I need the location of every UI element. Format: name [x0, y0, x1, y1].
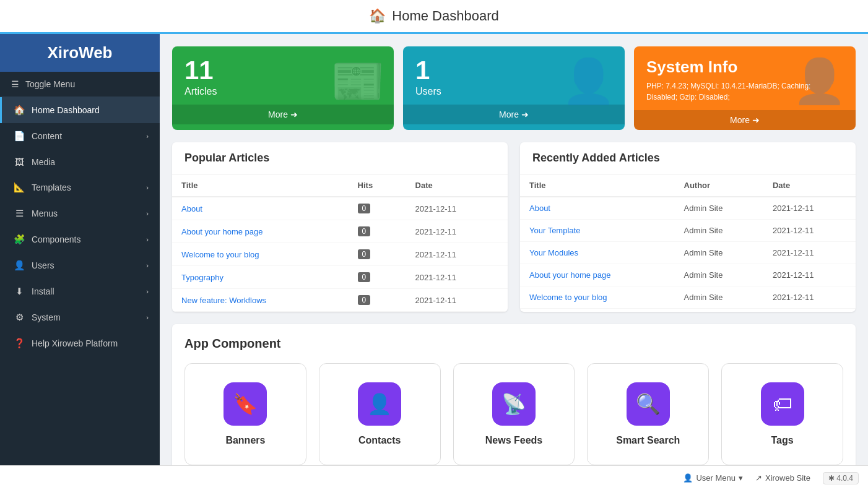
article-title: New feature: Workflows [172, 289, 349, 312]
col-date-r: Date [763, 174, 856, 197]
toggle-menu-item[interactable]: ☰ Home Dashboard Toggle Menu [0, 72, 160, 97]
components-icon: 🧩 [13, 234, 25, 245]
users-more[interactable]: More ➜ [403, 105, 625, 124]
sysinfo-stat-card[interactable]: System Info PHP: 7.4.23; MySQLi: 10.4.21… [634, 46, 856, 130]
sidebar-item-label: Home Dashboard [32, 105, 100, 115]
sidebar-item-media[interactable]: 🖼 Media [0, 149, 160, 174]
home-icon: 🏠 [13, 105, 25, 116]
tags-label: Tags [734, 435, 830, 446]
sidebar-item-menus[interactable]: ☰ Menus › [0, 200, 160, 226]
chevron-right-icon: › [146, 132, 149, 140]
article-title: Welcome to your blog [172, 243, 349, 266]
table-row: Your Template Admin Site 2021-12-11 [520, 220, 856, 242]
article-author: Admin Site [675, 242, 763, 264]
sysinfo-more[interactable]: More ➜ [634, 110, 856, 130]
article-author: Admin Site [675, 264, 763, 286]
sidebar-item-home[interactable]: 🏠 Home Dashboard [0, 97, 160, 123]
banners-label: Banners [197, 435, 293, 446]
article-link[interactable]: About [181, 204, 202, 213]
article-date: 2021-12-11 [406, 266, 508, 289]
sidebar-item-templates[interactable]: 📐 Templates › [0, 174, 160, 200]
sidebar-item-label: Help Xiroweb Platform [32, 338, 118, 348]
menus-icon: ☰ [13, 208, 25, 219]
newsfeeds-icon: 📡 [492, 382, 536, 426]
chevron-right-icon: › [146, 236, 149, 243]
col-author: Author [675, 174, 763, 197]
smartsearch-label: Smart Search [600, 435, 696, 446]
users-stat-card[interactable]: 1 Users 👤 More ➜ [403, 46, 625, 130]
site-label: Xiroweb Site [765, 473, 810, 483]
version-badge: ✱ 4.0.4 [823, 472, 859, 484]
article-link[interactable]: About your home page [529, 270, 611, 280]
menu-icon: ☰ [11, 79, 19, 89]
sidebar-item-label: Users [32, 260, 54, 270]
article-link[interactable]: Welcome to your blog [529, 293, 607, 302]
sysinfo-icon: 👤 [792, 56, 846, 106]
stat-cards-section: 11 Articles 📰 More ➜ 1 Users 👤 More ➜ Sy… [172, 46, 856, 130]
external-link-icon: ↗ [755, 473, 762, 483]
help-icon: ❓ [13, 338, 25, 349]
table-row: About your home page Admin Site 2021-12-… [520, 264, 856, 286]
popular-articles-table: Title Hits Date About 0 2021-12-11 About… [172, 174, 508, 312]
content-icon: 📄 [13, 131, 25, 142]
popular-articles-card: Popular Articles Title Hits Date About 0… [172, 142, 508, 312]
user-menu-button[interactable]: 👤 User Menu ▾ [683, 473, 743, 483]
article-title: Welcome to your blog [520, 286, 675, 309]
article-title: About your home page [172, 220, 349, 243]
articles-more[interactable]: More ➜ [172, 105, 394, 124]
app-card-tags[interactable]: 🏷 Tags [721, 363, 843, 465]
table-row: Typography 0 2021-12-11 [172, 266, 508, 289]
sidebar-item-install[interactable]: ⬇ Install › [0, 278, 160, 304]
smartsearch-icon: 🔍 [627, 382, 670, 426]
contacts-label: Contacts [332, 435, 428, 446]
sidebar-item-label: Install [32, 286, 54, 296]
user-menu-label: User Menu [696, 473, 736, 483]
article-link[interactable]: Your Modules [529, 248, 578, 257]
hits-badge: 0 [358, 204, 371, 213]
main-content: 11 Articles 📰 More ➜ 1 Users 👤 More ➜ Sy… [160, 34, 868, 465]
recently-added-heading: Recently Added Articles [520, 142, 856, 174]
sidebar-item-components[interactable]: 🧩 Components › [0, 226, 160, 252]
newsfeeds-label: News Feeds [466, 435, 562, 446]
user-icon: 👤 [683, 473, 693, 483]
table-row: About your home page 0 2021-12-11 [172, 220, 508, 243]
sidebar-nav: 🏠 Home Dashboard 📄 Content › 🖼 Media 📐 T… [0, 97, 160, 356]
app-card-contacts[interactable]: 👤 Contacts [319, 363, 441, 465]
article-link[interactable]: Welcome to your blog [181, 250, 259, 259]
tables-section: Popular Articles Title Hits Date About 0… [172, 142, 856, 312]
article-author: Admin Site [675, 197, 763, 220]
app-card-banners[interactable]: 🔖 Banners [184, 363, 306, 465]
table-row: Welcome to your blog 0 2021-12-11 [172, 243, 508, 266]
site-link[interactable]: ↗ Xiroweb Site [755, 473, 810, 483]
article-link[interactable]: About [529, 204, 550, 213]
chevron-right-icon: › [146, 288, 149, 295]
article-title: About [172, 197, 349, 220]
col-title: Title [172, 174, 349, 197]
popular-articles-heading: Popular Articles [172, 142, 508, 174]
article-title: About [520, 197, 675, 220]
sidebar-item-help[interactable]: ❓ Help Xiroweb Platform [0, 330, 160, 356]
table-row: Welcome to your blog Admin Site 2021-12-… [520, 286, 856, 309]
app-card-smartsearch[interactable]: 🔍 Smart Search [587, 363, 709, 465]
install-icon: ⬇ [13, 286, 25, 297]
chevron-right-icon: › [146, 184, 149, 191]
sidebar-logo: XiroWeb [0, 34, 160, 72]
article-link[interactable]: About your home page [181, 227, 263, 236]
brand-name: XiroWeb [48, 43, 113, 62]
recently-added-card: Recently Added Articles Title Author Dat… [520, 142, 856, 312]
system-icon: ⚙ [13, 312, 25, 323]
sidebar-item-content[interactable]: 📄 Content › [0, 123, 160, 149]
sidebar-item-system[interactable]: ⚙ System › [0, 304, 160, 330]
article-link[interactable]: New feature: Workflows [181, 296, 266, 305]
sidebar-item-users[interactable]: 👤 Users › [0, 252, 160, 278]
article-author: Admin Site [675, 220, 763, 242]
hits-badge: 0 [358, 272, 371, 282]
app-card-newsfeeds[interactable]: 📡 News Feeds [453, 363, 575, 465]
hits-badge: 0 [358, 295, 371, 305]
page-title: 🏠 Home Dashboard [369, 8, 498, 24]
article-date: 2021-12-11 [763, 242, 856, 264]
articles-stat-card[interactable]: 11 Articles 📰 More ➜ [172, 46, 394, 130]
article-link[interactable]: Your Template [529, 226, 580, 235]
contacts-icon: 👤 [358, 382, 401, 426]
article-link[interactable]: Typography [181, 273, 224, 282]
